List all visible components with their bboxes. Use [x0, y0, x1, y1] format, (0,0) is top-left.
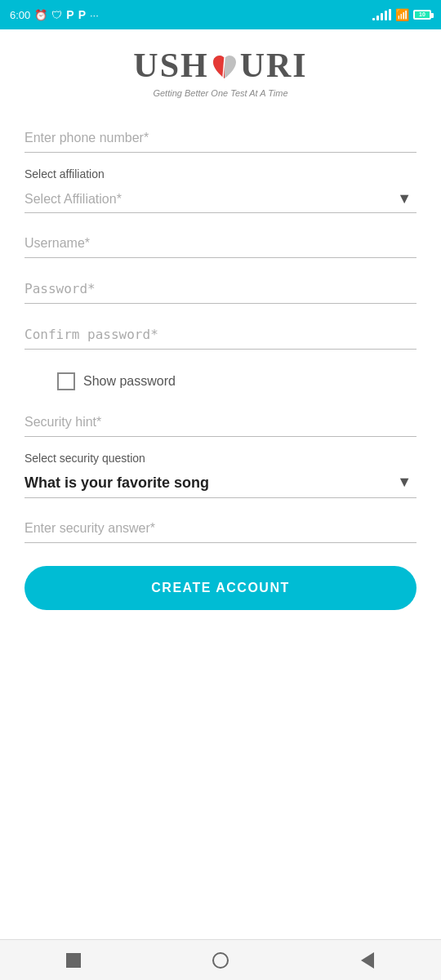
- triangle-icon: [361, 952, 374, 969]
- time-display: 6:00: [10, 9, 30, 21]
- password-field: [24, 273, 416, 304]
- show-password-label[interactable]: Show password: [83, 374, 176, 389]
- square-icon: [66, 953, 81, 968]
- security-question-section: Select security question What is your fa…: [24, 452, 416, 513]
- battery-icon: 10: [413, 10, 431, 20]
- signal-icon: [372, 9, 391, 20]
- circle-icon: [212, 952, 229, 969]
- security-question-select[interactable]: What is your favorite song What is your …: [24, 466, 416, 497]
- confirm-password-input[interactable]: [24, 318, 416, 350]
- security-question-select-wrapper: What is your favorite song What is your …: [24, 466, 416, 498]
- affiliation-label: Select affiliation: [24, 167, 416, 180]
- parking-icon2: P: [78, 8, 86, 21]
- logo-text-after: URI: [240, 46, 308, 85]
- parking-icon1: P: [66, 8, 74, 21]
- logo-tagline: Getting Better One Test At A Time: [153, 88, 287, 98]
- show-password-row: Show password: [57, 372, 384, 390]
- logo-area: USH URI Getting Better One Test At A Tim…: [0, 29, 441, 106]
- security-question-label: Select security question: [24, 452, 416, 465]
- nav-recent-button[interactable]: [347, 940, 388, 981]
- create-account-button[interactable]: CREATE ACCOUNT: [24, 566, 416, 610]
- alarm-icon: ⏰: [34, 9, 47, 21]
- logo: USH URI: [133, 46, 307, 85]
- logo-heart-icon: [210, 52, 239, 82]
- nav-back-button[interactable]: [53, 940, 94, 981]
- phone-field: [24, 122, 416, 153]
- status-left: 6:00 ⏰ 🛡 P P ···: [10, 8, 99, 21]
- username-input[interactable]: [24, 228, 416, 258]
- form-container: Select affiliation Select Affiliation* O…: [0, 106, 441, 939]
- status-right: 📶 10: [372, 8, 431, 21]
- dots-icon: ···: [90, 9, 99, 21]
- bottom-nav-bar: [0, 939, 441, 980]
- confirm-password-field: [24, 318, 416, 350]
- shield-icon: 🛡: [51, 9, 62, 21]
- affiliation-select-wrapper: Select Affiliation* Option 1 Option 2 Op…: [24, 184, 416, 213]
- username-field: [24, 228, 416, 258]
- affiliation-section: Select affiliation Select Affiliation* O…: [24, 167, 416, 228]
- nav-home-button[interactable]: [200, 940, 241, 981]
- logo-text-before: USH: [133, 46, 208, 85]
- security-answer-input[interactable]: [24, 513, 416, 543]
- password-input[interactable]: [24, 273, 416, 304]
- security-hint-field: [24, 407, 416, 437]
- security-answer-field: [24, 513, 416, 543]
- show-password-checkbox[interactable]: [57, 372, 75, 390]
- status-bar: 6:00 ⏰ 🛡 P P ··· 📶 10: [0, 0, 441, 29]
- phone-input[interactable]: [24, 122, 416, 153]
- security-hint-input[interactable]: [24, 407, 416, 437]
- affiliation-select[interactable]: Select Affiliation* Option 1 Option 2 Op…: [24, 184, 416, 212]
- wifi-icon: 📶: [395, 8, 409, 21]
